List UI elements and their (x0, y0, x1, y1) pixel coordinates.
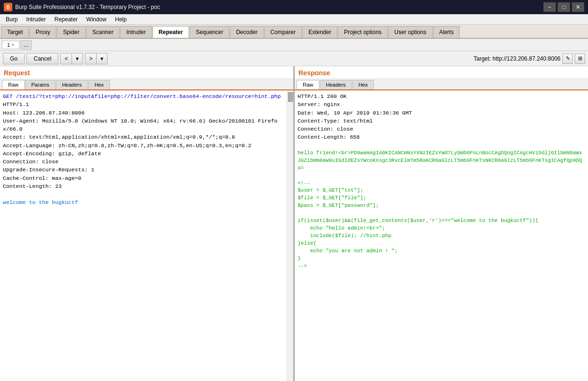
tab-comparer[interactable]: Comparer (264, 26, 302, 38)
forward-drop-button[interactable]: ▾ (96, 53, 108, 64)
response-status-line: HTTP/1.1 200 OK (298, 92, 585, 100)
main-tab-bar: Target Proxy Spider Scanner Intruder Rep… (0, 25, 588, 39)
titlebar-controls: − □ ✕ (543, 2, 584, 12)
response-tabs: Raw Headers Hex (295, 79, 588, 90)
request-line-12 (3, 190, 284, 198)
response-tab-headers[interactable]: Headers (320, 80, 352, 89)
request-title: Request (0, 66, 293, 79)
target-info: Target: http://123.206.87.240:8006 ✎ ⊞ (474, 53, 585, 64)
request-panel: Request Raw Params Headers Hex GET /test… (0, 66, 295, 381)
tab-alerts[interactable]: Alerts (433, 26, 460, 38)
titlebar: B Burp Suite Professional v1.7.32 - Temp… (0, 0, 588, 14)
app-icon: B (4, 3, 12, 11)
nav-forward-group: > ▾ (85, 53, 108, 64)
titlebar-left: B Burp Suite Professional v1.7.32 - Temp… (4, 3, 160, 11)
response-content[interactable]: HTTP/1.1 200 OK Server: nginx Date: Wed,… (295, 90, 588, 381)
request-scroll-thumb[interactable] (288, 92, 293, 102)
response-scroll-area: HTTP/1.1 200 OK Server: nginx Date: Wed,… (295, 90, 588, 381)
window-title: Burp Suite Professional v1.7.32 - Tempor… (15, 4, 160, 10)
cancel-button[interactable]: Cancel (27, 53, 58, 64)
back-drop-button[interactable]: ▾ (72, 53, 83, 64)
menu-item-window[interactable]: Window (82, 15, 110, 24)
tab-intruder[interactable]: Intruder (120, 26, 152, 38)
request-content[interactable]: GET /test1/?txt=php://input&file=php://f… (0, 90, 287, 381)
repeater-tab-1-label: 1 (7, 42, 10, 48)
tab-project-options[interactable]: Project options (338, 26, 388, 38)
request-tab-raw[interactable]: Raw (2, 80, 25, 89)
request-line-3: Host: 123.206.87.240:8006 (3, 109, 284, 117)
repeater-tab-1-close[interactable]: × (11, 42, 14, 47)
response-panel: Response Raw Headers Hex HTTP/1.1 200 OK… (295, 66, 588, 381)
response-content-type: Content-Type: text/html (298, 117, 585, 125)
response-tab-hex[interactable]: Hex (353, 80, 374, 89)
request-body: welcome to the bugkuctf (3, 198, 284, 206)
menu-item-burp[interactable]: Burp (2, 15, 21, 24)
menu-item-help[interactable]: Help (111, 15, 131, 24)
toolbar: Go Cancel < ▾ > ▾ Target: http://123.206… (0, 51, 588, 66)
tab-decoder[interactable]: Decoder (230, 26, 263, 38)
request-line-4: User-Agent: Mozilla/5.0 (Windows NT 10.0… (3, 117, 284, 133)
go-button[interactable]: Go (3, 53, 25, 64)
request-tab-hex[interactable]: Hex (89, 80, 110, 89)
menu-item-intruder[interactable]: Intruder (22, 15, 49, 24)
menu-item-repeater[interactable]: Repeater (51, 15, 81, 24)
tab-proxy[interactable]: Proxy (29, 26, 56, 38)
request-tab-params[interactable]: Params (25, 80, 55, 89)
response-tab-raw[interactable]: Raw (297, 80, 319, 89)
target-edit-button[interactable]: ✎ (562, 53, 573, 64)
response-body: hello friend!<br>PD9waHAgIA0KICANCmNsYXN… (298, 150, 585, 270)
response-date: Date: Wed, 10 Apr 2019 01:36:36 GMT (298, 109, 585, 117)
request-line-6: Accept-Language: zh-CN,zh;q=0.8,zh-TW;q=… (3, 142, 284, 150)
tab-extender[interactable]: Extender (302, 26, 337, 38)
request-line-11: Content-Length: 23 (3, 182, 284, 190)
nav-back-group: < ▾ (60, 53, 83, 64)
minimize-button[interactable]: − (543, 2, 556, 12)
request-line-7: Accept-Encoding: gzip, deflate (3, 150, 284, 158)
tab-scanner[interactable]: Scanner (86, 26, 120, 38)
request-line-9: Upgrade-Insecure-Requests: 1 (3, 166, 284, 174)
repeater-tab-bar: 1 × ... (0, 39, 588, 51)
forward-button[interactable]: > (85, 53, 96, 64)
request-tab-headers[interactable]: Headers (56, 80, 88, 89)
menubar: Burp Intruder Repeater Window Help (0, 14, 588, 25)
response-title: Response (295, 66, 588, 79)
tab-sequencer[interactable]: Sequencer (190, 26, 229, 38)
tab-target[interactable]: Target (1, 26, 29, 38)
main-content: Request Raw Params Headers Hex GET /test… (0, 66, 588, 381)
request-line-10: Cache-Control: max-age=0 (3, 174, 284, 182)
tab-user-options[interactable]: User options (388, 26, 432, 38)
target-url: Target: http://123.206.87.240:8006 (474, 55, 561, 62)
tab-repeater[interactable]: Repeater (153, 26, 189, 38)
request-scroll-area: GET /test1/?txt=php://input&file=php://f… (0, 90, 293, 381)
request-line-8: Connection: close (3, 158, 284, 166)
request-line-1: GET /test1/?txt=php://input&file=php://f… (3, 92, 284, 100)
response-connection: Connection: close (298, 125, 585, 133)
repeater-tab-1[interactable]: 1 × (2, 41, 19, 49)
request-scrollbar[interactable] (287, 90, 293, 381)
close-button[interactable]: ✕ (572, 2, 584, 12)
request-line-2: HTTP/1.1 (3, 100, 284, 108)
request-line-5: Accept: text/html,application/xhtml+xml,… (3, 133, 284, 141)
response-server: Server: nginx (298, 100, 585, 108)
back-button[interactable]: < (60, 53, 72, 64)
maximize-button[interactable]: □ (558, 2, 570, 12)
request-tabs: Raw Params Headers Hex (0, 79, 293, 90)
request-url: GET /test1/?txt=php://input&file=php://f… (3, 93, 281, 99)
tab-spider[interactable]: Spider (57, 26, 86, 38)
repeater-tab-more[interactable]: ... (20, 40, 32, 50)
target-extra-button[interactable]: ⊞ (575, 53, 585, 64)
response-content-length: Content-Length: 658 (298, 133, 585, 141)
